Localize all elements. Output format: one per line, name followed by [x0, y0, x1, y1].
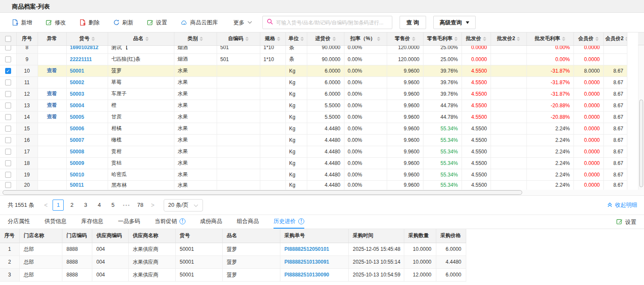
sort-icon[interactable] [412, 37, 415, 41]
col-header-wholesale_price2[interactable]: 批发价2 [491, 32, 526, 45]
page-ellipsis[interactable]: ••• [121, 200, 132, 211]
row-checkbox[interactable] [5, 103, 11, 109]
view-abnormal-link[interactable]: 查看 [47, 114, 57, 120]
view-abnormal-link[interactable]: 查看 [47, 91, 57, 97]
collapse-detail-link[interactable]: 收起明细 [607, 201, 637, 209]
vertical-scrollbar-thumb[interactable] [639, 100, 643, 187]
row-checkbox[interactable] [5, 137, 11, 143]
sort-icon[interactable] [562, 37, 565, 41]
row-checkbox[interactable] [5, 160, 11, 166]
col-header-category[interactable]: 类别 [174, 32, 217, 45]
sort-icon[interactable] [595, 37, 599, 41]
page-button-3[interactable]: 3 [80, 200, 91, 211]
product-code-link[interactable]: 50007 [70, 137, 84, 143]
tab-当前促销[interactable]: 当前促销! [155, 215, 185, 229]
purchase-order-link[interactable]: PI88882510130091 [285, 259, 329, 265]
query-button[interactable]: 查 询 [400, 16, 426, 29]
col-header-discount_rate[interactable]: 扣率（%） [344, 32, 387, 45]
horizontal-scrollbar[interactable] [0, 190, 644, 196]
next-page-button[interactable]: > [147, 202, 158, 209]
page-button-1[interactable]: 1 [53, 200, 64, 211]
purchase-order-link[interactable]: PI88882510130090 [285, 272, 329, 278]
horizontal-scrollbar-thumb[interactable] [3, 190, 522, 195]
row-checkbox[interactable]: ✓ [5, 68, 11, 74]
prev-page-button[interactable]: < [40, 202, 51, 209]
product-code-link[interactable]: 50008 [70, 149, 84, 155]
col-header-spec[interactable]: 规格 [260, 32, 285, 45]
col-header-wholesale_price[interactable]: 批发价 [462, 32, 491, 45]
product-code-link[interactable]: 50005 [70, 114, 84, 120]
view-abnormal-link[interactable]: 查看 [47, 68, 57, 73]
sort-icon[interactable] [245, 37, 249, 41]
product-code-link[interactable]: 50011 [70, 182, 84, 188]
tab-成份商品[interactable]: 成份商品 [200, 215, 222, 229]
tab-组合商品[interactable]: 组合商品 [237, 215, 259, 229]
add-button[interactable]: 新增 [12, 19, 32, 26]
product-code-link[interactable]: 1690102812 [70, 45, 99, 50]
view-abnormal-link[interactable]: 查看 [47, 102, 57, 108]
col-header-member_price2[interactable]: 会员价2 [603, 32, 627, 45]
sort-icon[interactable] [145, 37, 149, 41]
page-button-5[interactable]: 5 [107, 200, 118, 211]
product-code-link[interactable]: 50010 [70, 172, 84, 178]
row-checkbox[interactable] [5, 114, 11, 120]
sort-icon[interactable] [483, 37, 486, 41]
product-code-link[interactable]: 50001 [70, 68, 84, 74]
tab-历史进价[interactable]: 历史进价! [273, 215, 304, 229]
settings-button[interactable]: 设置 [147, 19, 167, 26]
product-code-link[interactable]: 50004 [70, 103, 84, 109]
sort-icon[interactable] [517, 37, 520, 41]
row-checkbox[interactable] [5, 45, 11, 50]
refresh-button[interactable]: 刷新 [113, 19, 133, 26]
tab-供货信息[interactable]: 供货信息 [44, 215, 67, 229]
row-checkbox[interactable] [5, 172, 11, 178]
sort-icon[interactable] [377, 37, 380, 41]
col-header-custom_code[interactable]: 自编码 [217, 32, 260, 45]
tab-分店属性[interactable]: 分店属性 [8, 215, 30, 229]
col-header-retail_price[interactable]: 零售价 [387, 32, 423, 45]
product-code-link[interactable]: 50002 [70, 79, 84, 85]
col-header-wholesale_margin[interactable]: 批发毛利率 [526, 32, 573, 45]
col-header-retail_margin[interactable]: 零售毛利率 [423, 32, 462, 45]
edit-button[interactable]: 修改 [46, 19, 66, 26]
tab-一品多码[interactable]: 一品多码 [118, 215, 140, 229]
product-code-link[interactable]: 50006 [70, 126, 84, 132]
search-input[interactable] [276, 20, 388, 26]
col-header-code[interactable]: 货号 [66, 32, 108, 45]
row-checkbox[interactable] [5, 126, 11, 132]
product-code-link[interactable]: 50009 [70, 160, 84, 166]
sort-icon[interactable] [277, 37, 280, 41]
page-button-78[interactable]: 78 [135, 200, 146, 211]
col-header-member_price[interactable]: 会员价 [573, 32, 603, 45]
purchase-order-link[interactable]: PI88882512050101 [285, 246, 329, 252]
page-size-select[interactable]: 20 条/页 [164, 199, 203, 212]
sort-icon[interactable] [454, 37, 458, 41]
col-header-check[interactable] [0, 32, 16, 45]
select-all-checkbox[interactable] [5, 36, 11, 42]
row-checkbox[interactable] [5, 149, 11, 155]
row-checkbox[interactable] [5, 79, 11, 85]
advanced-query-button[interactable]: 高级查询 [433, 16, 476, 29]
cloud-gallery-button[interactable]: 商品云图库 [181, 19, 218, 26]
detail-settings-button[interactable]: 设置 [616, 215, 636, 229]
col-header-purchase_price[interactable]: 进货价 [307, 32, 344, 45]
row-checkbox[interactable] [5, 182, 11, 188]
sort-icon[interactable] [625, 37, 627, 41]
page-button-2[interactable]: 2 [66, 200, 77, 211]
product-code-link[interactable]: 50003 [70, 91, 84, 97]
tab-库存信息[interactable]: 库存信息 [81, 215, 103, 229]
product-code-link[interactable]: 22221111 [70, 56, 92, 62]
col-header-name[interactable]: 品名 [108, 32, 174, 45]
sort-icon[interactable] [91, 37, 95, 41]
more-button[interactable]: 更多 [233, 19, 252, 26]
col-header-unit[interactable]: 单位 [285, 32, 307, 45]
delete-button[interactable]: 删除 [79, 19, 100, 26]
row-checkbox[interactable] [5, 91, 11, 97]
detail-cell-store_code: 8888 [62, 256, 92, 268]
vertical-scrollbar[interactable] [638, 45, 644, 190]
page-button-4[interactable]: 4 [94, 200, 105, 211]
row-checkbox[interactable] [5, 56, 11, 62]
sort-icon[interactable] [300, 37, 304, 41]
sort-icon[interactable] [332, 37, 336, 41]
sort-icon[interactable] [200, 37, 203, 41]
